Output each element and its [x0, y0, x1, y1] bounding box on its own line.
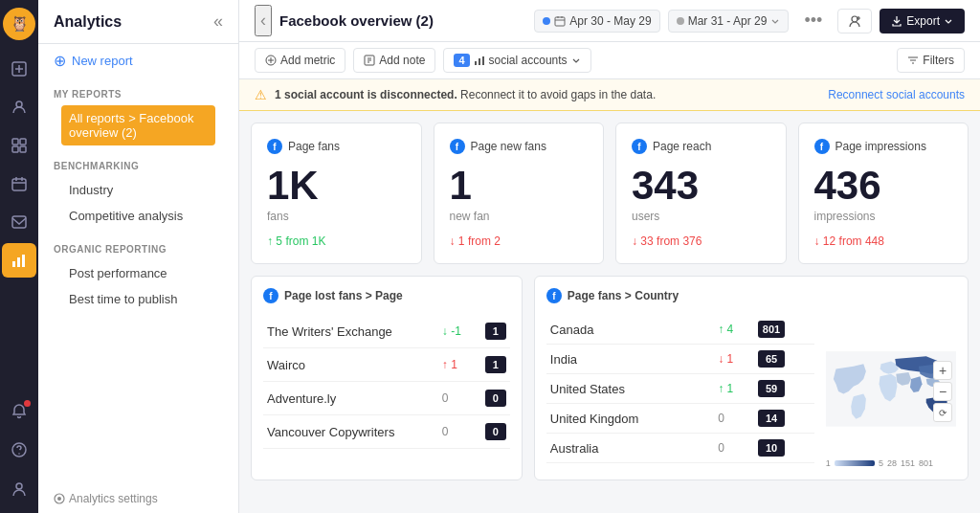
- back-button[interactable]: ‹: [255, 5, 272, 36]
- date-primary-label: Apr 30 - May 29: [569, 14, 651, 28]
- lost-fans-change: ↑ 1: [438, 348, 473, 382]
- svg-rect-7: [20, 146, 26, 152]
- country-name: India: [546, 345, 714, 374]
- reconnect-link[interactable]: Reconnect social accounts: [828, 88, 965, 101]
- facebook-icon-impressions: f: [814, 139, 830, 154]
- social-accounts-button[interactable]: 4 social accounts: [443, 48, 590, 73]
- country-change: 0: [714, 404, 754, 434]
- svg-point-17: [57, 497, 61, 501]
- legend-mid3: 151: [901, 458, 915, 468]
- country-table: Canada ↑ 4 801 India ↓ 1 65 United State…: [546, 315, 814, 463]
- new-report-label: New report: [72, 54, 133, 68]
- nav-streams-icon[interactable]: [2, 90, 36, 124]
- sidebar-section-benchmarking: BENCHMARKING Industry Competitive analys…: [38, 149, 238, 233]
- lost-fans-name: The Writers' Exchange: [263, 315, 438, 348]
- sidebar-item-competitive-analysis[interactable]: Competitive analysis: [54, 203, 223, 229]
- my-reports-label: MY REPORTS: [54, 89, 223, 100]
- arrow-up-fans: ↑: [267, 234, 273, 248]
- svg-rect-12: [22, 255, 25, 267]
- svg-point-14: [18, 453, 20, 455]
- sidebar-section-organic: ORGANIC REPORTING Post performance Best …: [38, 233, 238, 316]
- legend-mid1: 5: [879, 458, 883, 468]
- metric-value-reach: 343: [632, 166, 770, 206]
- zoom-in-button[interactable]: +: [933, 361, 952, 380]
- sidebar-item-facebook-overview[interactable]: All reports > Facebook overview (2): [61, 105, 215, 145]
- metric-change-new-fans: ↓ 1 from 2: [450, 234, 589, 248]
- export-button[interactable]: Export: [880, 9, 965, 33]
- export-chevron-icon: [944, 16, 953, 26]
- nav-analytics-icon[interactable]: [2, 243, 36, 278]
- main-content: ‹ Facebook overview (2) Apr 30 - May 29 …: [239, 0, 980, 513]
- metric-card-new-fans: f Page new fans 1 new fan ↓ 1 from 2: [434, 123, 605, 264]
- zoom-out-button[interactable]: −: [933, 382, 952, 401]
- country-row: United Kingdom 0 14: [546, 404, 814, 434]
- export-icon: [891, 15, 902, 27]
- add-profile-button[interactable]: [837, 9, 872, 33]
- alert-sub-text: Reconnect it to avoid gaps in the data.: [460, 88, 656, 101]
- lost-fans-row: Adventure.ly 0 0: [263, 382, 510, 415]
- app-logo[interactable]: 🦉: [3, 8, 35, 40]
- analytics-settings-label: Analytics settings: [69, 492, 158, 505]
- svg-rect-23: [479, 58, 480, 65]
- lost-fans-row: The Writers' Exchange ↓ -1 1: [263, 315, 510, 348]
- lost-fans-change: 0: [438, 415, 473, 449]
- filters-button[interactable]: Filters: [897, 48, 965, 73]
- sidebar-item-industry[interactable]: Industry: [54, 177, 223, 203]
- new-report-button[interactable]: ⊕ New report: [38, 44, 238, 78]
- svg-point-3: [16, 101, 22, 107]
- sidebar-collapse-button[interactable]: «: [213, 11, 223, 32]
- country-row: India ↓ 1 65: [546, 345, 814, 374]
- zoom-reset-button[interactable]: ⟳: [933, 403, 952, 422]
- toolbar: Add metric Add note 4 social accounts Fi…: [239, 42, 980, 79]
- sidebar-item-best-time[interactable]: Best time to publish: [54, 286, 223, 312]
- nav-help-icon[interactable]: [2, 433, 36, 467]
- change-value-reach: 33: [640, 234, 653, 248]
- metric-label-fans: fans: [267, 210, 406, 223]
- date-picker-compare[interactable]: Mar 31 - Apr 29: [668, 10, 790, 33]
- sidebar-item-post-performance[interactable]: Post performance: [54, 260, 223, 286]
- country-row: United States ↑ 1 59: [546, 374, 814, 404]
- nav-compose-icon[interactable]: [2, 52, 36, 86]
- change-value-impressions: 12: [823, 234, 835, 248]
- country-name: Canada: [546, 315, 714, 345]
- country-name: Australia: [546, 434, 714, 463]
- svg-point-19: [852, 16, 858, 22]
- country-count: 801: [754, 315, 814, 345]
- lost-fans-count: 0: [473, 382, 510, 415]
- lost-fans-count: 0: [473, 415, 510, 449]
- analytics-settings-link[interactable]: Analytics settings: [38, 484, 238, 513]
- lost-fans-card: f Page lost fans > Page The Writers' Exc…: [251, 276, 523, 480]
- metric-title-reach: Page reach: [653, 140, 711, 153]
- facebook-icon-new-fans: f: [450, 139, 465, 154]
- social-chevron-icon: [571, 56, 581, 65]
- add-metric-button[interactable]: Add metric: [255, 48, 345, 73]
- lost-fans-name: Adventure.ly: [263, 382, 438, 415]
- alert-icon: ⚠: [255, 87, 267, 102]
- date-dot-compare: [677, 17, 684, 25]
- metric-value-fans: 1K: [267, 166, 406, 206]
- legend-gradient-bar: [835, 460, 875, 466]
- lost-fans-title: Page lost fans > Page: [284, 289, 403, 302]
- content-area: f Page fans 1K fans ↑ 5 from 1K f Page n…: [239, 111, 980, 513]
- arrow-down-new-fans: ↓: [450, 234, 456, 248]
- svg-rect-6: [12, 146, 18, 152]
- metric-card-impressions: f Page impressions 436 impressions ↓ 12 …: [798, 123, 969, 264]
- nav-inbox-icon[interactable]: [2, 205, 36, 239]
- facebook-icon-country: f: [546, 288, 562, 303]
- metrics-row: f Page fans 1K fans ↑ 5 from 1K f Page n…: [251, 123, 969, 264]
- add-note-button[interactable]: Add note: [353, 48, 435, 73]
- nav-profile-icon[interactable]: [2, 471, 36, 505]
- nav-notifications-icon[interactable]: [2, 394, 36, 429]
- more-options-button[interactable]: •••: [796, 7, 830, 34]
- metric-label-reach: users: [632, 210, 770, 223]
- facebook-icon-fans: f: [267, 139, 282, 154]
- sidebar-title: Analytics: [54, 13, 122, 31]
- nav-grid-icon[interactable]: [2, 128, 36, 163]
- bar-chart-icon: [474, 55, 485, 66]
- lost-fans-row: Wairco ↑ 1 1: [263, 348, 510, 382]
- country-change: 0: [714, 434, 754, 463]
- nav-calendar-icon[interactable]: [2, 167, 36, 201]
- country-fans-card: f Page fans > Country Canada ↑ 4 801 Ind…: [534, 276, 969, 480]
- date-picker-primary[interactable]: Apr 30 - May 29: [534, 10, 659, 33]
- lost-fans-name: Wairco: [263, 348, 438, 382]
